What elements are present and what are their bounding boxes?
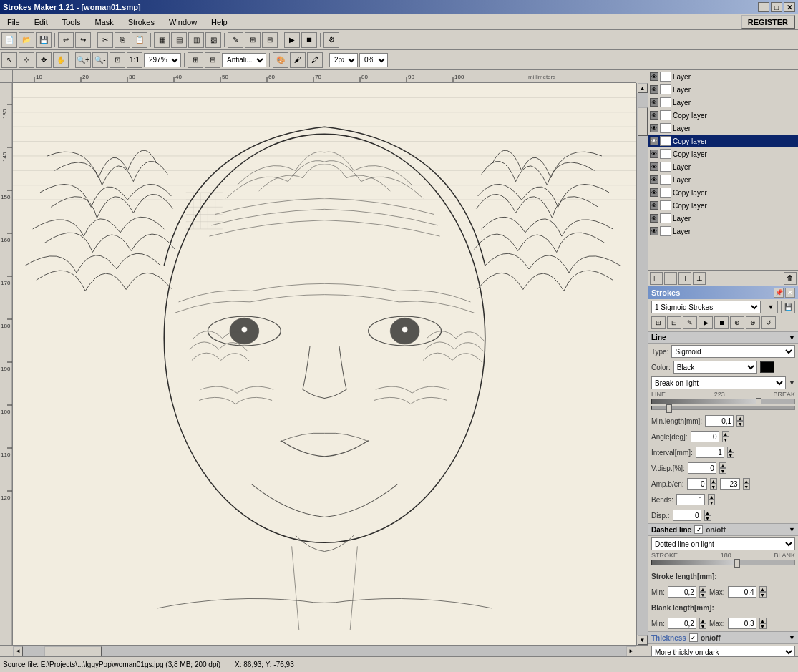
- min-length-up[interactable]: ▲: [736, 415, 744, 421]
- scroll-left-button[interactable]: ◄: [13, 646, 23, 656]
- layer-item-10[interactable]: 👁 Copy layer: [648, 186, 798, 199]
- stroke-slider-thumb[interactable]: [734, 559, 740, 568]
- tb-edit3[interactable]: ⊟: [262, 32, 278, 48]
- scroll-track-v[interactable]: [637, 93, 648, 635]
- disp-up[interactable]: ▲: [704, 510, 711, 515]
- blank-min-down[interactable]: ▼: [699, 623, 706, 629]
- vertical-scrollbar[interactable]: ▲ ▼: [636, 83, 648, 645]
- tb-view3[interactable]: ▥: [188, 32, 204, 48]
- tb-cut[interactable]: ✂: [97, 32, 113, 48]
- min-length-spinner[interactable]: ▲ ▼: [736, 415, 744, 427]
- tb-open[interactable]: 📂: [19, 32, 34, 48]
- horizontal-scrollbar[interactable]: ◄ ►: [13, 646, 636, 656]
- strokes-close-button[interactable]: ✕: [785, 288, 795, 298]
- menu-window[interactable]: Window: [165, 16, 201, 28]
- layer-visibility-13[interactable]: 👁: [650, 227, 658, 235]
- interval-down[interactable]: ▼: [727, 452, 734, 458]
- tb2-color2[interactable]: 🖌: [290, 52, 306, 68]
- close-button[interactable]: ✕: [784, 2, 795, 12]
- stroke-min-down[interactable]: ▼: [699, 592, 706, 598]
- tb-paste[interactable]: 📋: [132, 32, 147, 48]
- antialias-select[interactable]: Antiali...: [222, 53, 266, 67]
- tb2-select[interactable]: ↖: [1, 52, 17, 68]
- layer-item-2[interactable]: 👁 Layer: [648, 83, 798, 96]
- tb-stop[interactable]: ⏹: [301, 32, 317, 48]
- dashed-checkbox[interactable]: [694, 525, 703, 534]
- tb-edit1[interactable]: ✎: [228, 32, 243, 48]
- interval-spinner[interactable]: ▲ ▼: [727, 447, 734, 458]
- tb2-color3[interactable]: 🖍: [307, 52, 323, 68]
- layer-visibility-1[interactable]: 👁: [650, 72, 658, 81]
- scroll-thumb-h[interactable]: [44, 646, 102, 656]
- type-select[interactable]: Sigmoid: [671, 345, 795, 358]
- angle-down[interactable]: ▼: [722, 437, 729, 442]
- strokes-tool-7[interactable]: ⊗: [746, 316, 760, 329]
- layer-align-bottom[interactable]: ⊥: [693, 272, 706, 285]
- layer-item-4[interactable]: 👁 Copy layer: [648, 109, 798, 122]
- scroll-down-button[interactable]: ▼: [638, 635, 648, 645]
- disp-spinner[interactable]: ▲ ▼: [704, 510, 711, 521]
- menu-strokes[interactable]: Strokes: [124, 16, 159, 28]
- strokes-tool-1[interactable]: ⊞: [651, 316, 666, 329]
- ampben-down1[interactable]: ▼: [710, 484, 717, 490]
- strokes-tool-6[interactable]: ⊕: [730, 316, 744, 329]
- scroll-track-h[interactable]: [23, 646, 626, 656]
- register-button[interactable]: REGISTER: [741, 15, 795, 29]
- tb-view2[interactable]: ▤: [171, 32, 187, 48]
- vdisp-spinner[interactable]: ▲ ▼: [719, 462, 726, 474]
- tb2-color1[interactable]: 🎨: [273, 52, 288, 68]
- strokes-header-controls[interactable]: 📌 ✕: [774, 288, 795, 298]
- layer-item-1[interactable]: 👁 Layer: [648, 70, 798, 83]
- strokes-preset-select[interactable]: 1 Sigmoid Strokes: [651, 301, 761, 313]
- layer-visibility-6[interactable]: 👁: [650, 137, 658, 145]
- blank-max-down[interactable]: ▼: [759, 623, 767, 629]
- tb2-zoom-in[interactable]: 🔍+: [75, 52, 91, 68]
- tb2-aa2[interactable]: ⊟: [205, 52, 220, 68]
- line-break-slider[interactable]: [651, 399, 795, 404]
- tb-view4[interactable]: ▧: [205, 32, 221, 48]
- color-select[interactable]: Black: [673, 361, 757, 374]
- bends-down[interactable]: ▼: [708, 500, 715, 505]
- bends-up[interactable]: ▲: [708, 494, 715, 500]
- dotted-select[interactable]: Dotted line on light Dotted line on dark: [651, 537, 795, 550]
- tb2-zoom-fit[interactable]: ⊡: [110, 52, 125, 68]
- stroke-max-down[interactable]: ▼: [759, 592, 767, 598]
- menu-mask[interactable]: Mask: [90, 16, 117, 28]
- layer-item-6[interactable]: 👁 Copy layer: [648, 135, 798, 147]
- disp-down[interactable]: ▼: [704, 515, 711, 521]
- tb2-pointer[interactable]: ⊹: [19, 52, 34, 68]
- layer-visibility-11[interactable]: 👁: [650, 201, 658, 210]
- color-preview[interactable]: [760, 361, 774, 373]
- dashed-section-collapse[interactable]: ▼: [789, 526, 795, 533]
- layer-visibility-7[interactable]: 👁: [650, 150, 658, 158]
- layer-visibility-2[interactable]: 👁: [650, 85, 658, 94]
- maximize-button[interactable]: □: [771, 2, 782, 12]
- tb-settings[interactable]: ⚙: [323, 32, 339, 48]
- scroll-thumb-v[interactable]: [638, 107, 648, 136]
- layer-item-9[interactable]: 👁 Layer: [648, 173, 798, 186]
- layer-item-3[interactable]: 👁 Layer: [648, 96, 798, 109]
- tb-edit2[interactable]: ⊞: [245, 32, 261, 48]
- ampben-spinner2[interactable]: ▲ ▼: [743, 478, 750, 490]
- layer-item-13[interactable]: 👁 Layer: [648, 225, 798, 238]
- angle-input[interactable]: [691, 431, 719, 442]
- layer-item-8[interactable]: 👁 Layer: [648, 160, 798, 173]
- layer-visibility-4[interactable]: 👁: [650, 111, 658, 120]
- thickness-section-collapse[interactable]: ▼: [789, 634, 795, 641]
- interval-input[interactable]: [696, 447, 724, 458]
- angle-spinner[interactable]: ▲ ▼: [722, 431, 729, 442]
- tb-redo[interactable]: ↪: [75, 32, 91, 48]
- strokes-tool-4[interactable]: ▶: [699, 316, 713, 329]
- window-controls[interactable]: _ □ ✕: [758, 2, 795, 12]
- bends-input[interactable]: [676, 494, 705, 505]
- layer-delete[interactable]: 🗑: [784, 272, 797, 285]
- break-select[interactable]: Break on light Break on dark No break: [651, 376, 786, 389]
- tb-copy[interactable]: ⎘: [115, 32, 130, 48]
- blank-max-spinner[interactable]: ▲ ▼: [759, 618, 767, 629]
- px-select[interactable]: 2px: [329, 53, 358, 67]
- zoom-select[interactable]: 297%: [144, 53, 181, 67]
- layer-item-11[interactable]: 👁 Copy layer: [648, 199, 798, 212]
- layer-item-12[interactable]: 👁 Layer: [648, 212, 798, 225]
- layer-item-7[interactable]: 👁 Copy layer: [648, 147, 798, 160]
- stroke-slider[interactable]: [651, 560, 795, 565]
